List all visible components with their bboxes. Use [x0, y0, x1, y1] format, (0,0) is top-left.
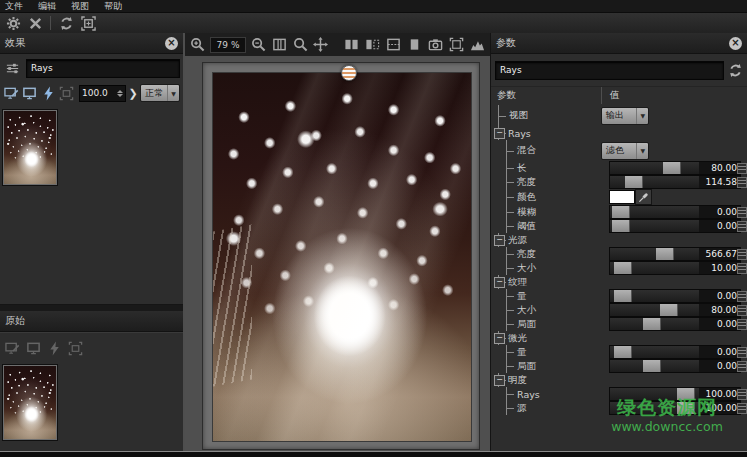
expander-icon[interactable]: − [494, 375, 505, 386]
light-source-handle[interactable] [341, 65, 357, 81]
slider-handle-lt-source[interactable] [677, 402, 695, 414]
split-view-icon[interactable] [270, 36, 288, 54]
slider-handle-lt-rays[interactable] [677, 388, 695, 400]
effect-name-field[interactable]: Rays [26, 59, 180, 78]
slider-handle-length[interactable] [663, 162, 681, 174]
slider-tx-amount[interactable]: 0.00 [609, 289, 741, 303]
edit-preview-icon[interactable] [3, 84, 20, 102]
slider-handle-brightness[interactable] [625, 176, 643, 188]
expander-icon[interactable]: − [494, 277, 505, 288]
slider-length[interactable]: 80.00 [609, 161, 741, 175]
keyframe-button-ls-size[interactable] [737, 263, 747, 274]
slider-brightness[interactable]: 114.58 [609, 175, 741, 189]
keyframe-button-lt-rays[interactable] [737, 389, 747, 400]
param-label-lightness: 明度 [508, 374, 527, 387]
slider-handle-tx-size[interactable] [660, 304, 678, 316]
eyedropper-button[interactable] [635, 189, 652, 205]
expander-icon[interactable]: − [494, 235, 505, 246]
opacity-spinner[interactable]: 100.0 [79, 85, 126, 102]
slider-tx-size[interactable]: 80.00 [609, 303, 741, 317]
viewer-canvas[interactable] [185, 56, 490, 452]
preview-image[interactable] [212, 72, 472, 442]
menu-item-帮助[interactable]: 帮助 [104, 0, 122, 13]
slider-value-tx-amount: 0.00 [699, 290, 740, 302]
keyframe-button-tx-phase[interactable] [737, 319, 747, 330]
column-param-label: 参数 [491, 89, 601, 102]
spinner-arrows[interactable] [117, 90, 123, 97]
camera-icon[interactable] [426, 36, 444, 54]
single-pane-icon[interactable] [405, 36, 423, 54]
slider-sh-phase[interactable]: 0.00 [609, 359, 741, 373]
slider-ls-size[interactable]: 10.00 [609, 261, 741, 275]
display-icon[interactable] [22, 84, 39, 102]
menu-item-文件[interactable]: 文件 [5, 0, 23, 13]
keyframe-button-blur[interactable] [737, 207, 747, 218]
slider-lt-rays[interactable]: 100.00 [609, 387, 741, 401]
slider-lt-source[interactable]: 100.00 [609, 401, 741, 415]
zoom-out-icon[interactable] [249, 36, 267, 54]
slider-handle-tx-phase[interactable] [643, 318, 661, 330]
effect-thumbnail[interactable] [3, 110, 57, 185]
histogram-icon[interactable] [468, 36, 486, 54]
slider-handle-tx-amount[interactable] [614, 290, 632, 302]
color-swatch[interactable] [609, 190, 635, 204]
slider-blur[interactable]: 0.00 [609, 205, 741, 219]
preset-name-field[interactable]: Rays [495, 61, 724, 80]
keyframe-button-length[interactable] [737, 163, 747, 174]
slider-handle-ls-size[interactable] [614, 262, 632, 274]
slider-tx-phase[interactable]: 0.00 [609, 317, 741, 331]
frame-select-icon[interactable] [59, 84, 76, 102]
dropdown-blend[interactable]: 滤色▼ [601, 142, 649, 160]
close-icon[interactable]: × [165, 37, 178, 50]
zoom-level-field[interactable]: 79 % [210, 37, 246, 53]
keyframe-button-brightness[interactable] [737, 177, 747, 188]
original-thumbnail[interactable] [3, 365, 57, 440]
keyframe-button-threshold[interactable] [737, 221, 747, 232]
menu-item-视图[interactable]: 视图 [71, 0, 89, 13]
param-row-lightness: −明度 [491, 373, 747, 387]
refresh-icon[interactable] [728, 63, 743, 78]
slider-handle-ls-brightness[interactable] [656, 248, 674, 260]
zoom-in-icon[interactable] [189, 36, 207, 54]
slider-handle-sh-amount[interactable] [614, 346, 632, 358]
dual-pane-dashed-icon[interactable] [363, 36, 381, 54]
tree-line [506, 303, 507, 317]
param-label-tx-size: 大小 [517, 304, 536, 317]
spinner-up-icon[interactable] [117, 90, 123, 93]
slider-handle-sh-phase[interactable] [643, 360, 661, 372]
expander-icon[interactable]: − [494, 333, 505, 344]
close-icon[interactable] [24, 14, 46, 32]
frame-select-icon [66, 339, 85, 357]
close-icon[interactable]: × [729, 37, 742, 50]
keyframe-button-lt-source[interactable] [737, 403, 747, 414]
dropdown-view[interactable]: 输出▼ [601, 107, 649, 125]
h-split-icon[interactable] [384, 36, 402, 54]
display-icon [24, 339, 43, 357]
pan-icon[interactable] [312, 36, 330, 54]
param-row-blur: 模糊0.00 [491, 205, 747, 219]
param-row-shimmer: −微光 [491, 331, 747, 345]
fit-frame-icon[interactable] [77, 14, 99, 32]
settings-icon[interactable] [2, 14, 24, 32]
snapshot-frame-icon[interactable] [447, 36, 465, 54]
keyframe-button-sh-phase[interactable] [737, 361, 747, 372]
keyframe-button-tx-amount[interactable] [737, 291, 747, 302]
keyframe-button-tx-size[interactable] [737, 305, 747, 316]
slider-handle-blur[interactable] [612, 206, 630, 218]
refresh-icon[interactable] [55, 14, 77, 32]
expand-chevron-icon[interactable]: ❯ [128, 87, 138, 100]
magnifier-icon[interactable] [291, 36, 309, 54]
keyframe-button-sh-amount[interactable] [737, 347, 747, 358]
dual-pane-icon[interactable] [342, 36, 360, 54]
slider-threshold[interactable]: 0.00 [609, 219, 741, 233]
menu-item-编辑[interactable]: 编辑 [38, 0, 56, 13]
slider-sh-amount[interactable]: 0.00 [609, 345, 741, 359]
flash-icon[interactable] [40, 84, 57, 102]
expander-icon[interactable]: − [494, 128, 505, 139]
param-row-color: 颜色 [491, 189, 747, 205]
blend-mode-dropdown[interactable]: 正常▼ [140, 84, 180, 102]
keyframe-button-ls-brightness[interactable] [737, 249, 747, 260]
spinner-down-icon[interactable] [117, 94, 123, 97]
slider-ls-brightness[interactable]: 566.67 [609, 247, 741, 261]
slider-handle-threshold[interactable] [612, 220, 630, 232]
